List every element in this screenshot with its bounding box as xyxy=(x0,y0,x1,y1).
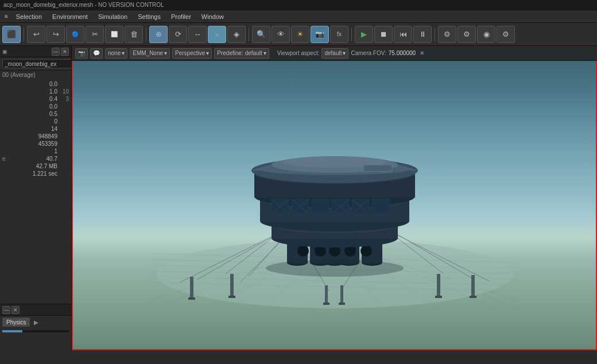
prop-row-1: 1.0 10 xyxy=(0,88,71,95)
cut-button[interactable]: ✂ xyxy=(86,26,104,43)
viewport-aspect-dropdown[interactable]: default ▾ xyxy=(321,48,348,59)
none-chevron: ▾ xyxy=(122,50,125,56)
emm-dropdown[interactable]: EMM_None ▾ xyxy=(130,48,170,59)
snap-button[interactable]: ◈ xyxy=(227,26,246,43)
viewport[interactable]: 📷 💬 none ▾ EMM_None ▾ Perspective ▾ Pred… xyxy=(72,46,597,350)
bottom-panel-controls: — ✕ xyxy=(2,306,20,314)
svg-rect-81 xyxy=(339,303,345,305)
camera-button[interactable]: 📷 xyxy=(311,26,329,43)
transform-button[interactable]: ⬦ xyxy=(208,26,226,43)
render2-button[interactable]: ⚙ xyxy=(458,26,476,43)
bottom-panel-header: — ✕ xyxy=(0,304,71,316)
delete-button[interactable]: 🗑 xyxy=(125,26,143,43)
scale-button[interactable]: ↔ xyxy=(188,26,207,43)
zoom-button[interactable]: 🔍 xyxy=(252,26,270,43)
none-dropdown[interactable]: none ▾ xyxy=(105,48,127,59)
physics-tab[interactable]: Physics xyxy=(2,317,30,327)
left-top-panel: ▣ — ✕ 🔍 00 (Average) 0.0 xyxy=(0,46,71,304)
sep4 xyxy=(351,28,352,41)
viewport-aspect-label: Viewport aspect: xyxy=(277,50,320,56)
fx-button[interactable]: fx xyxy=(330,26,348,43)
render1-button[interactable]: ⚙ xyxy=(438,26,456,43)
prop-row-2: 0.4 3 xyxy=(0,95,71,103)
play-button[interactable]: ▶ xyxy=(355,26,373,43)
bottom-panel-minimize[interactable]: — xyxy=(2,306,10,314)
left-panel: ▣ — ✕ 🔍 00 (Average) 0.0 xyxy=(0,46,72,350)
tab-arrow[interactable]: ▶ xyxy=(32,318,40,326)
search-row: 🔍 xyxy=(0,57,71,71)
svg-rect-71 xyxy=(228,296,235,298)
svg-rect-53 xyxy=(312,199,329,214)
prop-row-3: 0.0 xyxy=(0,103,71,110)
svg-rect-76 xyxy=(471,275,475,297)
undo-button[interactable]: ↩ xyxy=(27,26,45,43)
rewind-button[interactable]: ⏮ xyxy=(394,26,412,43)
sun-button[interactable]: ☀ xyxy=(291,26,309,43)
prop-row-11: 42.7 MB xyxy=(0,162,71,170)
camera-fov-close[interactable]: ✕ xyxy=(418,49,426,57)
svg-rect-72 xyxy=(190,277,193,299)
pause-button[interactable]: ⏸ xyxy=(413,26,432,43)
prop-row-6: 14 xyxy=(0,125,71,133)
properties-list: 0.0 1.0 10 0.4 3 0.0 xyxy=(0,79,71,179)
menu-bar: ≡ Selection Environment Simulation Setti… xyxy=(0,10,597,23)
prop-row-9: 1 xyxy=(0,148,71,155)
stop-button[interactable]: ⏹ xyxy=(374,26,393,43)
menu-item-selection[interactable]: Selection xyxy=(11,12,46,21)
copy-button[interactable]: ⬜ xyxy=(105,26,123,43)
svg-rect-78 xyxy=(325,285,328,304)
viewport-bar: 📷 💬 none ▾ EMM_None ▾ Perspective ▾ Pred… xyxy=(72,46,597,61)
prop-row-0: 0.0 xyxy=(0,80,71,88)
svg-rect-80 xyxy=(340,285,343,304)
svg-rect-70 xyxy=(230,274,234,297)
svg-rect-77 xyxy=(470,296,476,298)
camera-icon-btn[interactable]: 📷 xyxy=(75,48,88,59)
move-button[interactable]: ⊕ xyxy=(149,26,168,43)
svg-point-82 xyxy=(266,260,404,277)
search-input[interactable] xyxy=(2,59,71,68)
svg-rect-69 xyxy=(363,165,392,172)
predefine-dropdown[interactable]: Predefine: default ▾ xyxy=(214,48,269,59)
tool1-button[interactable]: 🔵 xyxy=(66,26,84,43)
menu-item-simulation[interactable]: Simulation xyxy=(94,12,132,21)
chat-icon-btn[interactable]: 💬 xyxy=(90,48,103,59)
view-button[interactable]: 👁 xyxy=(272,26,290,43)
title-bar: acp_moon_domebig_exterior.mesh - NO VERS… xyxy=(0,0,597,10)
prop-row-7: 948849 xyxy=(0,133,71,140)
svg-rect-79 xyxy=(323,303,329,305)
perspective-label: Perspective xyxy=(175,50,205,56)
menu-item-environment[interactable]: Environment xyxy=(48,12,92,21)
perspective-dropdown[interactable]: Perspective ▾ xyxy=(172,48,212,59)
perspective-chevron: ▾ xyxy=(206,50,209,56)
select-mode-button[interactable]: ⬛ xyxy=(2,26,21,43)
panel-header-label: ▣ xyxy=(2,49,7,55)
svg-rect-73 xyxy=(188,297,195,300)
menu-item-settings[interactable]: Settings xyxy=(133,12,165,21)
redo-button[interactable]: ↪ xyxy=(46,26,65,43)
panel-close[interactable]: ✕ xyxy=(61,48,69,56)
left-bottom-panel: — ✕ Physics ▶ xyxy=(0,304,71,350)
predefine-chevron: ▾ xyxy=(263,50,266,56)
bottom-panel-close[interactable]: ✕ xyxy=(11,306,20,314)
menu-item-file[interactable]: ≡ xyxy=(2,12,10,21)
rotate-button[interactable]: ⟳ xyxy=(169,26,187,43)
svg-rect-56 xyxy=(372,199,389,214)
sphere-button[interactable]: ◉ xyxy=(477,26,495,43)
structure-dome xyxy=(251,156,418,183)
panel-minimize[interactable]: — xyxy=(52,48,60,56)
prop-row-12: 1.221 sec xyxy=(0,170,71,177)
aspect-chevron: ▾ xyxy=(343,50,346,56)
menu-item-profiler[interactable]: Profiler xyxy=(166,12,196,21)
viewport-aspect-value: default xyxy=(324,50,342,56)
3d-structure xyxy=(151,79,518,308)
progress-bar xyxy=(2,330,22,332)
sep1 xyxy=(24,28,24,41)
settings-button[interactable]: ⚙ xyxy=(497,26,515,43)
none-label: none xyxy=(108,50,121,56)
prop-row-8: 453359 xyxy=(0,140,71,148)
toolbar: ⬛ ↩ ↪ 🔵 ✂ ⬜ 🗑 ⊕ ⟳ ↔ ⬦ ◈ 🔍 👁 ☀ 📷 fx ▶ ⏹ ⏮… xyxy=(0,23,597,46)
menu-item-window[interactable]: Window xyxy=(197,12,228,21)
prop-row-5: 0 xyxy=(0,118,71,125)
emm-chevron: ▾ xyxy=(164,50,167,56)
camera-fov-label: Camera FOV: xyxy=(351,50,386,56)
